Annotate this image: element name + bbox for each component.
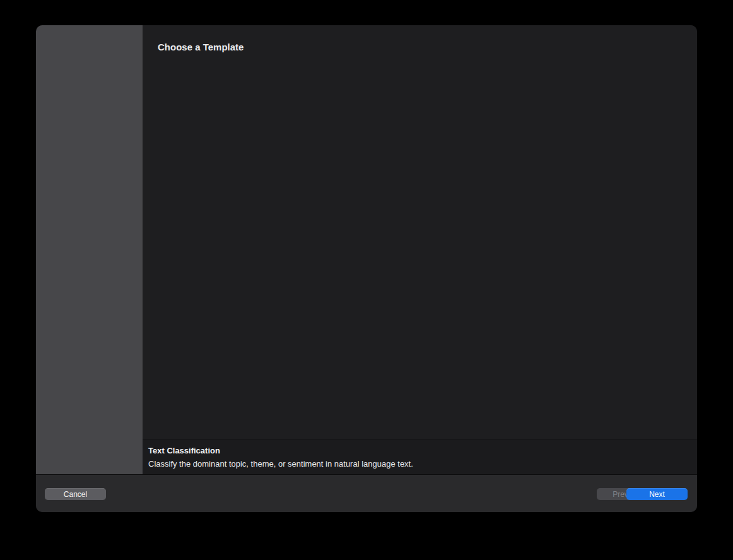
next-button[interactable]: Next bbox=[626, 488, 688, 500]
detail-title: Text Classification bbox=[148, 446, 220, 455]
cancel-button[interactable]: Cancel bbox=[45, 488, 106, 500]
create-ml-template-chooser-window: Choose a Template Text Classification Cl… bbox=[36, 25, 697, 512]
minimize-window-button[interactable] bbox=[54, 29, 62, 37]
detail-description: Classify the dominant topic, theme, or s… bbox=[148, 459, 413, 469]
page-title: Choose a Template bbox=[158, 42, 243, 52]
template-main-panel: Choose a Template Text Classification Cl… bbox=[143, 25, 697, 474]
zoom-window-button[interactable] bbox=[67, 29, 74, 37]
window-controls bbox=[42, 29, 74, 37]
dialog-footer: Cancel Previous Next bbox=[36, 474, 697, 512]
selected-template-detail: Text Classification Classify the dominan… bbox=[143, 440, 697, 474]
category-sidebar bbox=[36, 25, 143, 474]
close-window-button[interactable] bbox=[42, 29, 49, 37]
